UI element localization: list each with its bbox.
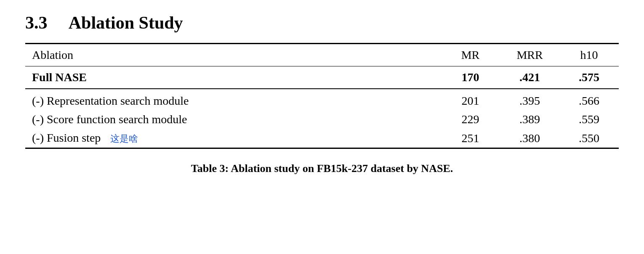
- section-number: 3.3: [25, 13, 48, 32]
- ablation-h10-1: .559: [559, 110, 619, 129]
- table-row-ablation-0: (-) Representation search module 201 .39…: [25, 89, 619, 110]
- ablation-table: Ablation MR MRR h10 Full NASE 170 .421 .…: [25, 43, 619, 149]
- ablation-h10-2: .550: [559, 129, 619, 148]
- section-heading: Ablation Study: [69, 13, 183, 32]
- full-nase-name: Full NASE: [25, 66, 441, 89]
- col-header-mr: MR: [441, 44, 500, 66]
- ablation-name-0: (-) Representation search module: [25, 89, 441, 110]
- ablation-mr-1: 229: [441, 110, 500, 129]
- col-header-ablation: Ablation: [25, 44, 441, 66]
- ablation-name-2: (-) Fusion step 这是啥: [25, 129, 441, 148]
- ablation-name-1: (-) Score function search module: [25, 110, 441, 129]
- table-caption: Table 3: Ablation study on FB15k-237 dat…: [25, 162, 619, 175]
- full-nase-mrr: .421: [500, 66, 559, 89]
- full-nase-mr: 170: [441, 66, 500, 89]
- ablation-mr-2: 251: [441, 129, 500, 148]
- ablation-mr-0: 201: [441, 89, 500, 110]
- full-nase-h10: .575: [559, 66, 619, 89]
- ablation-h10-0: .566: [559, 89, 619, 110]
- table-row-full-nase: Full NASE 170 .421 .575: [25, 66, 619, 89]
- ablation-mrr-2: .380: [500, 129, 559, 148]
- col-header-h10: h10: [559, 44, 619, 66]
- ablation-mrr-1: .389: [500, 110, 559, 129]
- section-title: 3.3 Ablation Study: [25, 13, 619, 33]
- table-row-ablation-2: (-) Fusion step 这是啥 251 .380 .550: [25, 129, 619, 148]
- fusion-annotation: 这是啥: [110, 133, 138, 144]
- table-row-ablation-1: (-) Score function search module 229 .38…: [25, 110, 619, 129]
- ablation-mrr-0: .395: [500, 89, 559, 110]
- col-header-mrr: MRR: [500, 44, 559, 66]
